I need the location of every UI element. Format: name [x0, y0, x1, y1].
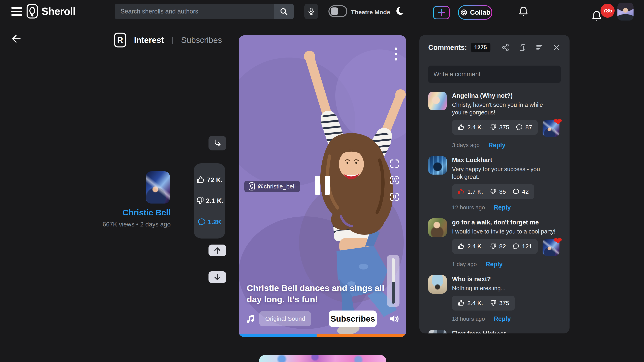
like-count: 72 K.	[207, 176, 223, 184]
thumbs-up-icon	[196, 176, 205, 184]
hamburger-menu-icon[interactable]	[11, 7, 22, 16]
comment-like-button[interactable]: 2.4 K.	[458, 243, 483, 250]
dark-mode-button[interactable]	[394, 4, 405, 17]
channel-avatar[interactable]	[146, 171, 170, 204]
user-avatar[interactable]	[618, 3, 634, 20]
comment-dislike-button[interactable]: 82	[490, 243, 506, 250]
next-video-preview[interactable]	[259, 355, 386, 362]
previous-video-button[interactable]	[208, 245, 226, 256]
creator-heart-avatar[interactable]: ❤	[542, 120, 560, 137]
comment-text: I would love to invite you to a cool par…	[452, 228, 561, 235]
skip-forward-button[interactable]	[208, 136, 226, 150]
commenter-avatar[interactable]	[428, 218, 447, 237]
close-icon[interactable]	[552, 43, 561, 52]
comment-replies-button[interactable]: 121	[512, 243, 532, 250]
commenter-name[interactable]: Who is next?	[452, 276, 561, 283]
commenter-avatar[interactable]	[428, 156, 447, 175]
comment-item: First from Highest You're growing in fro…	[428, 330, 561, 334]
video-stats-rail: 72 K. 2.1 K. 1.2K	[194, 163, 226, 239]
video-player[interactable]: @christie_bell W U Christie Bell dances …	[239, 35, 406, 337]
fullscreen-button[interactable]	[389, 158, 400, 169]
search-button[interactable]	[274, 3, 294, 19]
comment-time: 18 hours ago	[452, 316, 485, 322]
comments-panel: Comments: 1275	[420, 35, 570, 334]
comment-input[interactable]	[428, 65, 561, 83]
alerts-button[interactable]: 785	[591, 3, 614, 23]
channel-name[interactable]: Christie Bell	[90, 208, 171, 217]
sort-icon[interactable]	[535, 43, 544, 51]
volume-level	[392, 282, 395, 304]
video-options-menu[interactable]	[395, 47, 397, 60]
subscribe-button[interactable]: Subscribes	[329, 311, 377, 327]
create-button[interactable]	[433, 6, 450, 19]
comments-count-badge: 1275	[471, 43, 490, 52]
commenter-avatar[interactable]	[428, 275, 447, 294]
commenter-name[interactable]: Max Lockhart	[452, 156, 561, 164]
voice-search-button[interactable]	[304, 3, 318, 19]
volume-track	[392, 258, 395, 282]
comment-like-button[interactable]: 2.4 K.	[458, 124, 483, 131]
comment-item: go for a walk, don't forget me I would l…	[428, 218, 561, 268]
video-meta: 667K views • 2 days ago	[76, 221, 171, 228]
progress-bar[interactable]	[239, 334, 406, 337]
commenter-name[interactable]: Angelina (Why not?)	[452, 92, 561, 99]
comment-dislike-button[interactable]: 375	[490, 300, 509, 307]
comment-dislike-button[interactable]: 35	[490, 188, 506, 195]
w-frame-icon: W	[389, 175, 400, 186]
share-icon[interactable]	[502, 43, 510, 51]
comment-replies-button[interactable]: 87	[516, 124, 532, 131]
reply-button[interactable]: Reply	[494, 204, 510, 211]
creator-heart-avatar[interactable]: ❤	[542, 239, 560, 256]
collab-label: Collab	[470, 9, 490, 16]
back-arrow-icon	[11, 33, 22, 44]
comment-dislike-count: 375	[499, 300, 509, 307]
ultrawide-mode-button[interactable]: U	[389, 191, 400, 203]
tab-subscribes[interactable]: Subscribes	[181, 35, 222, 45]
thumbs-down-icon	[196, 196, 204, 205]
logo-dot	[31, 14, 34, 16]
comment-bubble-icon	[512, 188, 520, 195]
copy-icon[interactable]	[518, 43, 526, 51]
commenter-avatar[interactable]	[428, 92, 447, 110]
reply-button[interactable]: Reply	[486, 261, 502, 268]
fullscreen-icon	[389, 158, 400, 169]
theatre-mode-toggle[interactable]	[328, 5, 347, 17]
comment-input-wrap	[428, 65, 561, 83]
commenter-avatar[interactable]	[428, 330, 447, 334]
comment-text: Nothing interesting...	[452, 284, 561, 292]
pause-button[interactable]	[315, 176, 330, 195]
logo-ring	[30, 7, 35, 14]
commenter-name[interactable]: First from Highest	[452, 330, 561, 334]
comment-like-button[interactable]: 1.7 K.	[458, 188, 483, 195]
next-video-button[interactable]	[208, 271, 226, 283]
sound-label: Original Sound	[265, 315, 305, 322]
sound-source-pill[interactable]: Original Sound	[259, 311, 311, 327]
speaker-icon[interactable]	[388, 313, 400, 325]
feed-tabs: R Interest | Subscribes	[114, 32, 222, 47]
search-input[interactable]	[115, 3, 274, 19]
dislike-button[interactable]: 2.1 K.	[196, 196, 224, 205]
comment-replies-count: 121	[522, 243, 532, 250]
microphone-icon	[307, 7, 316, 16]
creator-handle-tag[interactable]: @christie_bell	[244, 181, 300, 192]
wide-mode-button[interactable]: W	[389, 175, 400, 186]
comment-time: 3 days ago	[452, 142, 480, 148]
comment-like-count: 1.7 K.	[467, 188, 483, 195]
comment-time: 1 day ago	[452, 261, 477, 268]
comment-dislike-button[interactable]: 375	[490, 124, 509, 131]
commenter-name[interactable]: go for a walk, don't forget me	[452, 219, 561, 226]
tab-interest[interactable]: Interest	[134, 35, 164, 45]
reply-button[interactable]: Reply	[494, 315, 510, 323]
collab-button[interactable]: Collab	[458, 5, 492, 20]
svg-text:W: W	[392, 178, 397, 183]
search-icon	[279, 7, 288, 16]
reply-button[interactable]: Reply	[488, 142, 505, 149]
comment-like-button[interactable]: 2.4 K.	[458, 300, 483, 307]
app-logo-text: Sheroll	[42, 5, 76, 17]
back-button[interactable]	[10, 33, 22, 45]
comment-replies-button[interactable]: 42	[512, 188, 529, 195]
like-button[interactable]: 72 K.	[196, 176, 223, 184]
comments-button[interactable]: 1.2K	[197, 218, 222, 226]
redirect-arrow-icon	[212, 138, 222, 148]
notifications-button[interactable]	[518, 5, 529, 19]
